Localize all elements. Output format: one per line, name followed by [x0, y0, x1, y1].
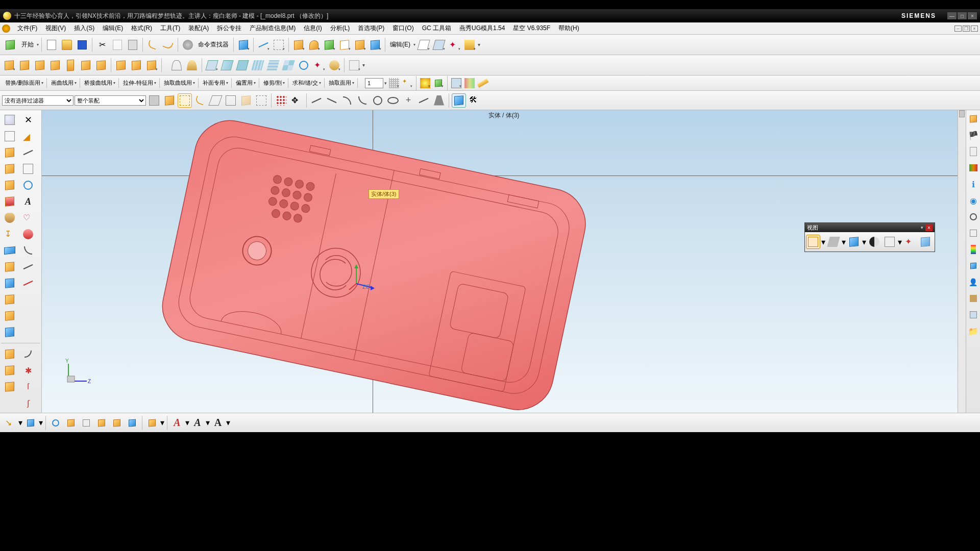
snap-quad-button[interactable] — [416, 93, 431, 108]
bt-btn-5[interactable] — [79, 416, 93, 430]
snap-line2-button[interactable] — [325, 93, 339, 108]
ld-btn-29[interactable] — [1, 346, 18, 362]
body-tool-8[interactable] — [114, 58, 128, 72]
rd-btn-6[interactable]: ◉ — [968, 195, 979, 206]
snap-face-button[interactable] — [432, 93, 446, 108]
paste-button[interactable] — [126, 38, 140, 52]
extract-curve-menu[interactable]: 抽取曲线用▾ — [161, 78, 199, 88]
ld-btn-32[interactable]: ✱ — [19, 363, 37, 378]
bt-btn-6[interactable] — [94, 416, 109, 430]
ld-btn-1[interactable] — [1, 112, 18, 128]
selection-scope-select[interactable]: 整个装配 — [75, 95, 146, 106]
bt-btn-4[interactable] — [64, 416, 78, 430]
bt-btn-3[interactable] — [48, 416, 63, 430]
command-finder-button[interactable] — [181, 38, 195, 52]
rd-btn-7[interactable] — [968, 211, 979, 222]
palette-fit-button[interactable] — [806, 235, 820, 249]
menu-yanxiu[interactable]: 燕秀UG模具1.54 — [455, 24, 509, 33]
ld-btn-2[interactable]: ✕ — [19, 112, 37, 128]
snap-circle-button[interactable] — [371, 93, 385, 108]
misc-tool-1[interactable]: ▾ — [347, 58, 361, 72]
sel-tool-6[interactable] — [224, 93, 238, 108]
view-palette[interactable]: 视图 ▾ × ▾ ▾ ▾ ▾ ✦ — [804, 222, 935, 252]
menu-xingkong[interactable]: 星空 V6.935F — [509, 24, 554, 33]
cut-button[interactable]: ✂ — [95, 38, 109, 52]
body-tool-10[interactable]: ▾ — [144, 58, 159, 72]
edit-sketch-button[interactable]: ▾ — [432, 38, 446, 52]
ld-btn-28[interactable] — [19, 324, 37, 340]
new-file-button[interactable] — [44, 38, 59, 52]
surf-tool-2[interactable] — [185, 58, 199, 72]
rd-btn-3[interactable] — [968, 146, 979, 157]
open-file-button[interactable] — [60, 38, 74, 52]
selection-filter-select[interactable]: 没有选择过滤器 — [2, 95, 74, 106]
ld-btn-9[interactable] — [1, 178, 18, 193]
ld-btn-13[interactable] — [1, 210, 18, 226]
menu-view[interactable]: 视图(V) — [41, 24, 70, 33]
ld-btn-8[interactable] — [19, 161, 37, 177]
layer-button[interactable]: ▾ — [462, 38, 477, 52]
ld-btn-3[interactable] — [1, 129, 18, 144]
ld-btn-30[interactable] — [19, 346, 37, 362]
edit-feature-button[interactable]: ▾ — [416, 38, 431, 52]
ld-btn-4[interactable]: ◢ — [19, 129, 37, 144]
ld-btn-31[interactable] — [1, 363, 18, 378]
minimize-button[interactable]: — — [947, 12, 957, 19]
rd-btn-8[interactable] — [968, 228, 979, 239]
sheet-tool-5[interactable] — [266, 58, 280, 72]
body-tool-5[interactable] — [63, 58, 78, 72]
quantity-input[interactable] — [365, 78, 383, 88]
body-tool-9[interactable] — [129, 58, 143, 72]
snap-point-button[interactable]: + — [401, 93, 415, 108]
shaded-mode-button[interactable] — [452, 93, 466, 108]
rd-btn-12[interactable] — [968, 293, 979, 304]
bridge-curve-menu[interactable]: 桥接曲线用▾ — [81, 78, 119, 88]
edit-label[interactable]: 编辑(E) — [388, 40, 412, 49]
ld-btn-26[interactable] — [19, 308, 37, 323]
ld-btn-17[interactable] — [1, 243, 18, 258]
menu-assembly[interactable]: 装配(A) — [184, 24, 213, 33]
menu-split[interactable]: 拆公专挂 — [213, 24, 246, 33]
rd-btn-4[interactable] — [968, 162, 979, 173]
curve-net-button[interactable] — [281, 58, 296, 72]
rd-btn-1[interactable] — [968, 113, 979, 124]
body-tool-3[interactable] — [33, 58, 47, 72]
close-button[interactable]: × — [968, 12, 977, 19]
sel-tool-4[interactable] — [193, 93, 207, 108]
ld-btn-24[interactable] — [19, 292, 37, 307]
menu-file[interactable]: 文件(F) — [13, 24, 41, 33]
sheet-tool-1[interactable]: ▾ — [205, 58, 219, 72]
ld-btn-36[interactable]: ʃ — [19, 395, 37, 411]
bt-btn-2[interactable] — [23, 416, 38, 430]
offset-menu[interactable]: 偏置用▾ — [233, 78, 259, 88]
snap-grid-button[interactable] — [274, 93, 288, 108]
extract-face-menu[interactable]: 抽取面用▾ — [326, 78, 358, 88]
hole-button[interactable]: ▾ — [322, 38, 336, 52]
block-button[interactable]: ▾ — [236, 38, 251, 52]
boolean-sew-menu[interactable]: 求和/缝/交▾ — [289, 78, 325, 88]
palette-cube-button[interactable] — [847, 235, 861, 249]
bt-text-a2[interactable]: A — [190, 416, 205, 430]
ld-btn-34[interactable]: ſ — [19, 379, 37, 394]
palette-section-button[interactable] — [867, 235, 881, 249]
snap-arc-button[interactable] — [340, 93, 354, 108]
rd-btn-14[interactable]: 📁 — [968, 325, 979, 337]
menu-info[interactable]: 信息(I) — [300, 24, 326, 33]
body-tool-7[interactable] — [94, 58, 108, 72]
menu-tool[interactable]: 工具(T) — [156, 24, 184, 33]
palette-orient-button[interactable]: ✦ — [903, 235, 917, 249]
copy-button[interactable] — [110, 38, 125, 52]
draw-curve-menu[interactable]: 画曲线用▾ — [48, 78, 80, 88]
ld-btn-35[interactable] — [1, 395, 18, 411]
command-finder-label[interactable]: 命令查找器 — [196, 40, 231, 49]
ld-btn-14[interactable]: ♡ — [19, 210, 37, 226]
ld-btn-5[interactable] — [1, 145, 18, 160]
replace-delete-face-menu[interactable]: 替换/删除面用▾ — [2, 78, 47, 88]
undo-button[interactable] — [145, 38, 160, 52]
ld-btn-18[interactable] — [19, 243, 37, 258]
start-label[interactable]: 开始 — [19, 40, 36, 49]
view-palette-close-button[interactable]: × — [925, 224, 933, 231]
menu-edit[interactable]: 编辑(E) — [99, 24, 127, 33]
mdi-minimize-button[interactable]: – — [954, 26, 962, 32]
menu-format[interactable]: 格式(R) — [127, 24, 156, 33]
